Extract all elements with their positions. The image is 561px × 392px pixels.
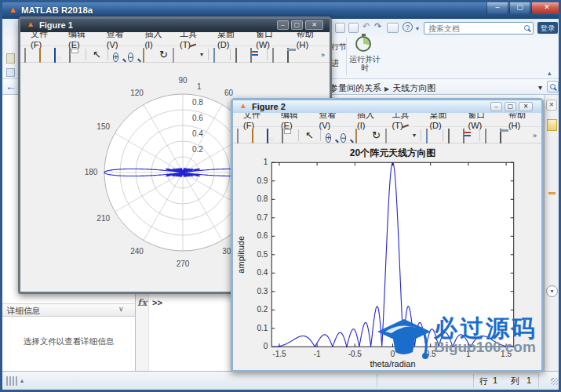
data-cursor-icon[interactable] bbox=[385, 129, 387, 143]
paste-icon[interactable] bbox=[335, 23, 345, 33]
new-figure-icon[interactable] bbox=[237, 129, 239, 143]
details-panel-header[interactable]: 详细信息 bbox=[2, 303, 135, 317]
insert-legend-icon[interactable] bbox=[463, 129, 464, 143]
ribbon-collapse-icon[interactable]: ▴ bbox=[548, 69, 552, 77]
menu-overflow-icon[interactable]: » bbox=[321, 51, 325, 59]
search-icon[interactable] bbox=[524, 25, 530, 31]
close-button[interactable]: ✕ bbox=[531, 2, 561, 14]
run-and-time-button[interactable]: 运行并计时 bbox=[348, 55, 382, 72]
statusbar-separator bbox=[473, 374, 474, 387]
breadcrumb-caret-icon[interactable]: ▾ bbox=[538, 83, 542, 92]
watermark: 必过源码 Biguo100.com bbox=[376, 313, 548, 363]
document-close-icon[interactable]: × bbox=[546, 100, 557, 111]
brush-caret-icon[interactable]: ▾ bbox=[413, 132, 416, 139]
pointer-icon[interactable]: ↖ bbox=[91, 49, 103, 60]
polar-radial-label: 0.4 bbox=[192, 129, 203, 138]
fx-icon[interactable]: fx bbox=[137, 297, 147, 308]
open-file-icon[interactable] bbox=[252, 129, 253, 143]
help-icon[interactable]: ? bbox=[403, 22, 413, 32]
pan-icon[interactable] bbox=[143, 48, 144, 63]
y-tick-label: 0.8 bbox=[257, 194, 268, 203]
zoom-out-icon[interactable]: − bbox=[341, 133, 346, 143]
hide-plot-tools-icon[interactable] bbox=[485, 129, 486, 143]
rotate3d-icon[interactable]: ↻ bbox=[158, 49, 169, 60]
insert-colorbar-icon[interactable] bbox=[448, 129, 450, 143]
minimize-button[interactable]: – bbox=[277, 20, 289, 30]
ribbon-fragment-bottom[interactable]: 进 bbox=[331, 58, 339, 69]
details-hint-text: 选择文件以查看详细信息 bbox=[2, 336, 135, 347]
data-cursor-icon[interactable] bbox=[173, 48, 174, 63]
open-file-icon[interactable] bbox=[39, 48, 41, 63]
scroll-down-icon[interactable]: ▾ bbox=[546, 285, 558, 297]
minimize-button[interactable]: – bbox=[490, 102, 502, 111]
statusbar-separator bbox=[377, 374, 377, 387]
command-prompt[interactable]: >> bbox=[152, 298, 162, 307]
y-axis-label: amplitude bbox=[236, 236, 246, 274]
rotate3d-icon[interactable]: ↻ bbox=[370, 129, 382, 141]
ribbon-fragment-top[interactable]: 行节 bbox=[331, 42, 347, 53]
x-tick-label: -1 bbox=[314, 350, 321, 358]
polar-angle-label: 180 bbox=[85, 168, 98, 176]
link-plot-icon[interactable] bbox=[213, 48, 215, 63]
hide-plot-tools-icon[interactable] bbox=[272, 48, 274, 63]
y-tick-label: 0.4 bbox=[257, 268, 268, 277]
status-bar: ▴ 行 1 列 1 bbox=[2, 371, 559, 390]
menu-overflow-icon[interactable]: » bbox=[533, 132, 537, 140]
statusbar-separator bbox=[538, 374, 539, 387]
polar-radial-label: 1 bbox=[197, 82, 202, 91]
print-icon[interactable] bbox=[282, 129, 283, 143]
save-icon[interactable] bbox=[54, 48, 56, 63]
toolstrip-partial-icon[interactable] bbox=[6, 53, 15, 64]
y-tick-label: 0.9 bbox=[257, 176, 268, 185]
clipboard-icon[interactable] bbox=[348, 23, 359, 33]
close-button[interactable]: ✕ bbox=[519, 102, 533, 111]
breadcrumb-current[interactable]: 天线方向图 bbox=[392, 83, 435, 93]
breadcrumb-search-icon bbox=[550, 84, 556, 89]
new-script-icon[interactable] bbox=[547, 119, 557, 131]
maximize-button[interactable]: ▢ bbox=[505, 102, 516, 111]
zoom-out-icon[interactable]: − bbox=[128, 53, 133, 62]
run-and-time-icon[interactable] bbox=[355, 36, 371, 52]
save-icon[interactable] bbox=[267, 129, 268, 143]
scrollbar-annotation-marker[interactable] bbox=[548, 192, 556, 194]
statusbar-grip-icon[interactable] bbox=[6, 376, 18, 386]
resize-grip-icon[interactable] bbox=[551, 378, 558, 385]
undo-icon[interactable]: ↶ bbox=[362, 21, 370, 31]
breadcrumb-search-button[interactable] bbox=[547, 81, 559, 93]
redo-icon[interactable]: ↷ bbox=[374, 21, 381, 31]
brush-caret-icon[interactable]: ▾ bbox=[200, 51, 203, 58]
statusbar-caret-icon[interactable]: ▴ bbox=[20, 377, 24, 384]
figure2-titlebar[interactable]: ▲ Figure 2 – ▢ ✕ bbox=[233, 100, 541, 113]
qat-caret-icon[interactable]: ▾ bbox=[416, 25, 419, 32]
login-button[interactable]: 登录 bbox=[537, 22, 558, 34]
zoom-in-icon[interactable]: + bbox=[326, 133, 331, 143]
pan-icon[interactable] bbox=[355, 129, 357, 143]
doc-search-input[interactable] bbox=[427, 23, 519, 34]
print-icon[interactable] bbox=[69, 48, 71, 63]
figure1-titlebar[interactable]: ▲ Figure 1 – ▢ ✕ bbox=[20, 19, 330, 32]
show-plot-tools-icon[interactable] bbox=[500, 129, 501, 143]
main-window-controls: – ▢ ✕ bbox=[486, 2, 561, 14]
close-button[interactable]: ✕ bbox=[305, 20, 323, 30]
polar-angle-label: 60 bbox=[224, 89, 234, 97]
new-figure-icon[interactable] bbox=[24, 48, 26, 63]
insert-legend-icon[interactable] bbox=[250, 48, 252, 63]
link-plot-icon[interactable] bbox=[426, 129, 428, 143]
pointer-icon[interactable]: ↖ bbox=[304, 129, 315, 141]
back-arrow-icon[interactable]: ← bbox=[5, 80, 16, 93]
minimize-button[interactable]: – bbox=[486, 2, 508, 14]
x-tick-label: -1.5 bbox=[272, 350, 286, 358]
details-collapse-icon[interactable]: ∨ bbox=[118, 305, 124, 313]
polar-radial-label: 0.8 bbox=[192, 98, 203, 107]
maximize-button[interactable]: ▢ bbox=[291, 20, 303, 30]
polar-angle-label: 120 bbox=[130, 89, 144, 97]
toolstrip-partial-icon2[interactable] bbox=[6, 68, 15, 77]
figure1-menubar: 文件(F) 编辑(E) 查看(V) 插入(I) 工具(T) 桌面(D) 窗口(W… bbox=[20, 32, 330, 46]
breadcrumb-path[interactable]: 析参量间的关系▶天线方向图 bbox=[321, 82, 435, 94]
status-col-value: 1 bbox=[526, 376, 531, 385]
print-shortcut-icon[interactable] bbox=[387, 23, 399, 33]
zoom-in-icon[interactable]: + bbox=[113, 53, 118, 62]
maximize-button[interactable]: ▢ bbox=[509, 2, 530, 14]
show-plot-tools-icon[interactable] bbox=[287, 48, 289, 63]
insert-colorbar-icon[interactable] bbox=[235, 48, 237, 63]
